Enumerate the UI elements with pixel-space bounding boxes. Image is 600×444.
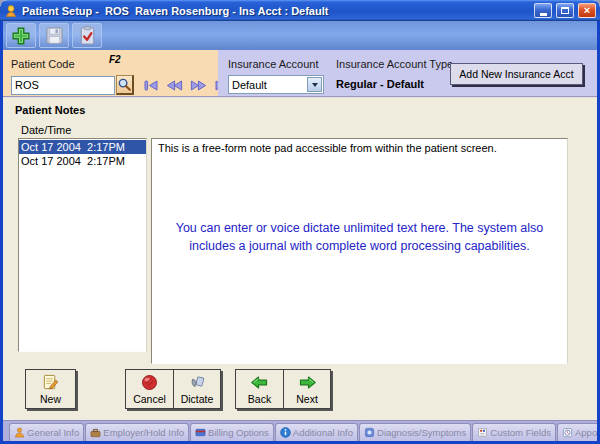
verify-button[interactable]	[72, 23, 102, 48]
tab-label: Custom Fields	[490, 427, 551, 438]
back-button-label: Back	[248, 393, 271, 405]
close-icon: ×	[584, 5, 590, 16]
tab-custom-fields[interactable]: Custom Fields	[472, 423, 556, 441]
maximize-icon	[561, 7, 569, 14]
clock-icon	[562, 427, 573, 438]
patient-notes-page: Patient Notes Date/Time Oct 17 2004 2:17…	[3, 97, 597, 420]
briefcase-icon	[90, 427, 101, 438]
save-button[interactable]	[39, 23, 69, 48]
insurance-account-value: Default	[232, 79, 267, 91]
person-icon	[14, 427, 25, 438]
search-button[interactable]	[116, 75, 134, 95]
microphone-icon	[189, 373, 206, 391]
tab-billing-options[interactable]: Billing Options	[190, 423, 274, 441]
patient-code-label: Patient Code	[11, 58, 75, 70]
dictate-button-label: Dictate	[181, 393, 214, 405]
floppy-icon	[44, 25, 65, 46]
insurance-account-label: Insurance Account	[228, 58, 319, 70]
app-icon	[4, 4, 18, 18]
close-button[interactable]: ×	[578, 3, 596, 18]
first-record-button[interactable]	[144, 80, 159, 91]
cancel-button-label: Cancel	[133, 393, 166, 405]
notes-list[interactable]: Oct 17 2004 2:17PMOct 17 2004 2:17PM	[18, 138, 147, 352]
previous-record-button[interactable]	[166, 80, 183, 91]
insurance-panel: Insurance Account Default Insurance Acco…	[218, 50, 597, 96]
tab-appointments[interactable]: Appointments	[557, 423, 597, 441]
list-item[interactable]: Oct 17 2004 2:17PM	[19, 154, 146, 168]
tab-label: Diagnosis/Symptoms	[377, 427, 466, 438]
note-line1: This is a free-form note pad accessible …	[152, 139, 567, 157]
info-icon	[280, 427, 291, 438]
header-row: Patient Code F2	[3, 50, 597, 97]
new-note-icon	[42, 373, 59, 391]
arrow-right-icon	[298, 373, 317, 391]
note-text-area[interactable]: This is a free-form note pad accessible …	[151, 138, 568, 364]
patient-code-input[interactable]	[11, 76, 115, 95]
tab-label: Billing Options	[208, 427, 269, 438]
datetime-label: Date/Time	[21, 124, 71, 136]
note-center-text: You can enter or voice dictate unlimited…	[152, 219, 567, 255]
bottom-tabbar: General InfoEmployer/Hold InfoBilling Op…	[3, 420, 597, 441]
custom-fields-icon	[477, 427, 488, 438]
back-button[interactable]: Back	[235, 369, 283, 409]
patient-setup-window: Patient Setup - ROS Raven Rosenburg - In…	[0, 0, 600, 444]
minimize-button[interactable]	[534, 3, 552, 18]
next-record-button[interactable]	[190, 80, 207, 91]
cancel-button[interactable]: Cancel	[125, 369, 173, 409]
dictate-button[interactable]: Dictate	[173, 369, 221, 409]
tab-label: Appointments	[575, 427, 597, 438]
dropdown-button[interactable]	[307, 77, 322, 92]
patient-code-hotkey: F2	[109, 54, 121, 65]
tab-label: Additional Info	[293, 427, 353, 438]
insurance-account-dropdown[interactable]: Default	[228, 75, 324, 94]
plus-icon	[10, 25, 32, 47]
cancel-icon	[141, 373, 158, 391]
list-item[interactable]: Oct 17 2004 2:17PM	[19, 140, 146, 154]
clipboard-check-icon	[77, 25, 98, 46]
tab-general-info[interactable]: General Info	[9, 423, 84, 441]
tab-label: Employer/Hold Info	[103, 427, 184, 438]
new-button-label: New	[40, 393, 61, 405]
page-title: Patient Notes	[15, 104, 85, 116]
tab-diagnosis-symptoms[interactable]: Diagnosis/Symptoms	[359, 423, 471, 441]
record-navigation	[144, 80, 229, 91]
insurance-type-value: Regular - Default	[336, 78, 453, 90]
tab-label: General Info	[27, 427, 79, 438]
next-button[interactable]: Next	[283, 369, 331, 409]
patient-code-panel: Patient Code F2	[3, 50, 218, 96]
chevron-down-icon	[312, 83, 318, 87]
tab-additional-info[interactable]: Additional Info	[275, 423, 358, 441]
window-body: Patient Code F2	[0, 21, 600, 444]
maximize-button[interactable]	[556, 3, 574, 18]
arrow-left-icon	[250, 373, 269, 391]
billing-card-icon	[195, 427, 206, 438]
search-icon	[117, 77, 132, 92]
add-new-insurance-button[interactable]: Add New Insurance Acct	[450, 63, 583, 85]
new-button[interactable]: New	[25, 369, 76, 409]
window-title: Patient Setup - ROS Raven Rosenburg - In…	[22, 5, 530, 17]
add-button[interactable]	[6, 23, 36, 48]
titlebar: Patient Setup - ROS Raven Rosenburg - In…	[0, 0, 600, 21]
minimize-icon	[540, 13, 547, 16]
toolbar	[3, 21, 597, 50]
diagnosis-icon	[364, 427, 375, 438]
next-button-label: Next	[296, 393, 318, 405]
insurance-type-label: Insurance Account Type	[336, 58, 453, 70]
tab-employer-hold-info[interactable]: Employer/Hold Info	[85, 423, 189, 441]
